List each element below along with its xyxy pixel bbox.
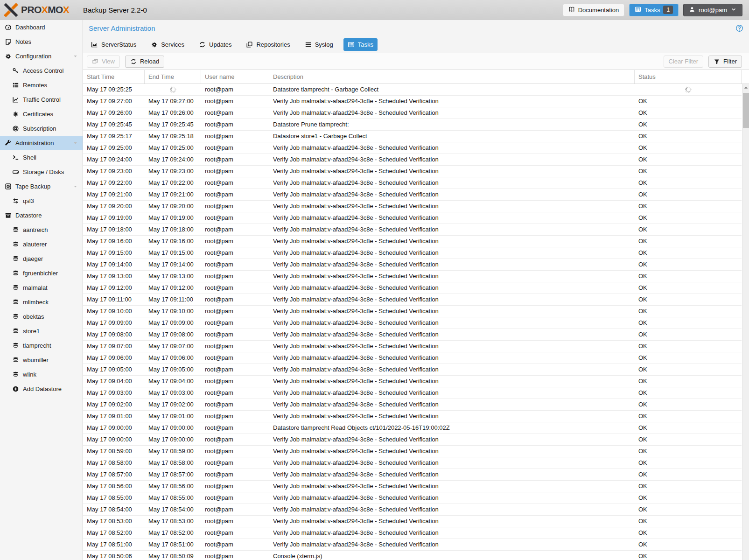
table-row[interactable]: May 17 08:57:00May 17 08:57:00root@pamVe… — [83, 469, 742, 481]
tasks-label: Tasks — [644, 7, 660, 14]
table-row[interactable]: May 17 09:01:00May 17 09:01:00root@pamVe… — [83, 411, 742, 422]
content-panel: Server Administration ServerStatusServic… — [83, 20, 749, 560]
sidebar-item-alauterer[interactable]: alauterer — [0, 237, 83, 252]
sidebar-item-access-control[interactable]: Access Control — [0, 63, 83, 78]
caret-down-icon[interactable] — [72, 183, 78, 189]
tab-syslog[interactable]: Syslog — [301, 38, 337, 51]
view-button[interactable]: View — [87, 56, 120, 68]
table-row[interactable]: May 17 09:03:00May 17 09:03:00root@pamVe… — [83, 387, 742, 399]
start-time-cell: May 17 09:14:00 — [83, 259, 145, 270]
tab-serverstatus[interactable]: ServerStatus — [87, 38, 140, 51]
tab-updates[interactable]: Updates — [195, 38, 236, 51]
status-cell: OK — [635, 481, 742, 492]
table-row[interactable]: May 17 09:05:00May 17 09:05:00root@pamVe… — [83, 364, 742, 376]
sidebar-item-djaeger[interactable]: djaeger — [0, 252, 83, 266]
table-row[interactable]: May 17 09:10:00May 17 09:10:00root@pamVe… — [83, 306, 742, 317]
tab-repositories[interactable]: Repositories — [242, 38, 294, 51]
table-row[interactable]: May 17 08:52:00May 17 08:52:00root@pamVe… — [83, 527, 742, 539]
sidebar-item-tape-backup[interactable]: Tape Backup — [0, 179, 83, 194]
sidebar-item-traffic-control[interactable]: Traffic Control — [0, 92, 83, 107]
table-row[interactable]: May 17 09:25:45May 17 09:25:45root@pamDa… — [83, 119, 742, 131]
table-row[interactable]: May 17 09:21:00May 17 09:21:00root@pamVe… — [83, 189, 742, 201]
sidebar-item-add-datastore[interactable]: Add Datastore — [0, 382, 83, 396]
help-button[interactable] — [735, 24, 743, 32]
clear-filter-button[interactable]: Clear Filter — [664, 56, 704, 68]
table-row[interactable]: May 17 09:15:00May 17 09:15:00root@pamVe… — [83, 247, 742, 259]
table-row[interactable]: May 17 09:07:00May 17 09:07:00root@pamVe… — [83, 341, 742, 352]
sidebar-item-qsl3[interactable]: qsl3 — [0, 194, 83, 208]
column-header-start-time[interactable]: Start Time — [83, 70, 145, 84]
table-row[interactable]: May 17 08:51:00May 17 08:51:00root@pamVe… — [83, 539, 742, 551]
table-row[interactable]: May 17 09:25:25root@pamDatastore tlampre… — [83, 84, 742, 96]
start-time-cell: May 17 09:00:00 — [83, 434, 145, 445]
table-row[interactable]: May 17 09:18:00May 17 09:18:00root@pamVe… — [83, 224, 742, 236]
table-row[interactable]: May 17 09:02:00May 17 09:02:00root@pamVe… — [83, 399, 742, 411]
sidebar-item-malmalat[interactable]: malmalat — [0, 280, 83, 295]
table-row[interactable]: May 17 09:14:00May 17 09:14:00root@pamVe… — [83, 259, 742, 271]
tab-tasks[interactable]: Tasks — [343, 38, 378, 51]
sidebar-item-remotes[interactable]: Remotes — [0, 78, 83, 92]
sidebar-item-dashboard[interactable]: Dashboard — [0, 20, 83, 35]
table-row[interactable]: May 17 09:06:00May 17 09:06:00root@pamVe… — [83, 352, 742, 364]
table-row[interactable]: May 17 09:25:17May 17 09:25:18root@pamDa… — [83, 131, 742, 142]
sidebar-item-store1[interactable]: store1 — [0, 324, 83, 338]
sidebar-item-notes[interactable]: Notes — [0, 35, 83, 49]
sidebar-item-administration[interactable]: Administration — [0, 136, 83, 150]
table-row[interactable]: May 17 08:55:00May 17 08:55:00root@pamVe… — [83, 492, 742, 504]
sidebar-item-certificates[interactable]: Certificates — [0, 107, 83, 121]
table-row[interactable]: May 17 09:20:00May 17 09:20:00root@pamVe… — [83, 201, 742, 212]
table-row[interactable]: May 17 09:25:00May 17 09:25:00root@pamVe… — [83, 142, 742, 154]
sidebar-item-obektas[interactable]: obektas — [0, 309, 83, 324]
sidebar-item-wbumiller[interactable]: wbumiller — [0, 353, 83, 367]
table-row[interactable]: May 17 09:22:00May 17 09:22:00root@pamVe… — [83, 177, 742, 189]
table-row[interactable]: May 17 08:59:00May 17 08:59:00root@pamVe… — [83, 446, 742, 457]
table-row[interactable]: May 17 08:56:00May 17 08:56:00root@pamVe… — [83, 481, 742, 492]
table-row[interactable]: May 17 09:00:00May 17 09:00:00root@pamVe… — [83, 434, 742, 446]
reload-button[interactable]: Reload — [125, 56, 164, 68]
filter-button[interactable]: Filter — [708, 56, 742, 68]
table-row[interactable]: May 17 08:50:06May 17 08:50:09root@pamCo… — [83, 551, 742, 560]
sidebar-item-configuration[interactable]: Configuration — [0, 49, 83, 63]
sidebar-item-aantreich[interactable]: aantreich — [0, 223, 83, 237]
vertical-scrollbar[interactable] — [742, 84, 749, 560]
column-header-status[interactable]: Status — [635, 70, 742, 84]
sidebar-item-wlink[interactable]: wlink — [0, 367, 83, 382]
table-row[interactable]: May 17 08:58:00May 17 08:58:00root@pamVe… — [83, 457, 742, 469]
table-row[interactable]: May 17 09:19:00May 17 09:19:00root@pamVe… — [83, 212, 742, 224]
sidebar-item-shell[interactable]: Shell — [0, 150, 83, 165]
documentation-button[interactable]: Documentation — [563, 4, 624, 16]
caret-down-icon[interactable] — [72, 140, 78, 146]
table-row[interactable]: May 17 09:24:00May 17 09:24:00root@pamVe… — [83, 154, 742, 166]
sidebar-item-datastore[interactable]: Datastore — [0, 208, 83, 223]
column-header-user-name[interactable]: User name — [201, 70, 269, 84]
table-row[interactable]: May 17 09:09:00May 17 09:09:00root@pamVe… — [83, 317, 742, 329]
table-row[interactable]: May 17 08:54:00May 17 08:54:00root@pamVe… — [83, 504, 742, 516]
sidebar-item-storage-disks[interactable]: Storage / Disks — [0, 165, 83, 179]
table-row[interactable]: May 17 09:12:00May 17 09:12:00root@pamVe… — [83, 282, 742, 294]
table-row[interactable]: May 17 09:00:00May 17 09:00:00root@pamDa… — [83, 422, 742, 434]
user-name-cell: root@pam — [201, 504, 269, 515]
table-row[interactable]: May 17 09:08:00May 17 09:08:00root@pamVe… — [83, 329, 742, 341]
table-row[interactable]: May 17 09:27:00May 17 09:27:00root@pamVe… — [83, 96, 742, 107]
caret-down-icon[interactable] — [72, 53, 78, 59]
table-row[interactable]: May 17 09:23:00May 17 09:23:00root@pamVe… — [83, 166, 742, 177]
table-row[interactable]: May 17 09:13:00May 17 09:13:00root@pamVe… — [83, 271, 742, 282]
start-time-cell: May 17 09:25:25 — [83, 84, 145, 95]
scrollbar-thumb[interactable] — [743, 93, 749, 128]
scroll-up-arrow-icon[interactable] — [742, 84, 749, 91]
sidebar-item-subscription[interactable]: Subscription — [0, 121, 83, 136]
table-row[interactable]: May 17 09:16:00May 17 09:16:00root@pamVe… — [83, 236, 742, 247]
sidebar-item-tlamprecht[interactable]: tlamprecht — [0, 338, 83, 353]
table-row[interactable]: May 17 08:53:00May 17 08:53:00root@pamVe… — [83, 516, 742, 527]
table-row[interactable]: May 17 09:11:00May 17 09:11:00root@pamVe… — [83, 294, 742, 306]
user-menu-button[interactable]: root@pam — [683, 4, 742, 16]
tasks-button[interactable]: Tasks 1 — [629, 4, 679, 16]
table-row[interactable]: May 17 09:04:00May 17 09:04:00root@pamVe… — [83, 376, 742, 387]
column-header-end-time[interactable]: End Time — [145, 70, 201, 84]
column-header-description[interactable]: Description — [269, 70, 635, 84]
tab-services[interactable]: Services — [147, 38, 189, 51]
sidebar-item-mlimbeck[interactable]: mlimbeck — [0, 295, 83, 309]
user-name-cell: root@pam — [201, 247, 269, 259]
table-row[interactable]: May 17 09:26:00May 17 09:26:00root@pamVe… — [83, 107, 742, 119]
sidebar-item-fgruenbichler[interactable]: fgruenbichler — [0, 266, 83, 280]
